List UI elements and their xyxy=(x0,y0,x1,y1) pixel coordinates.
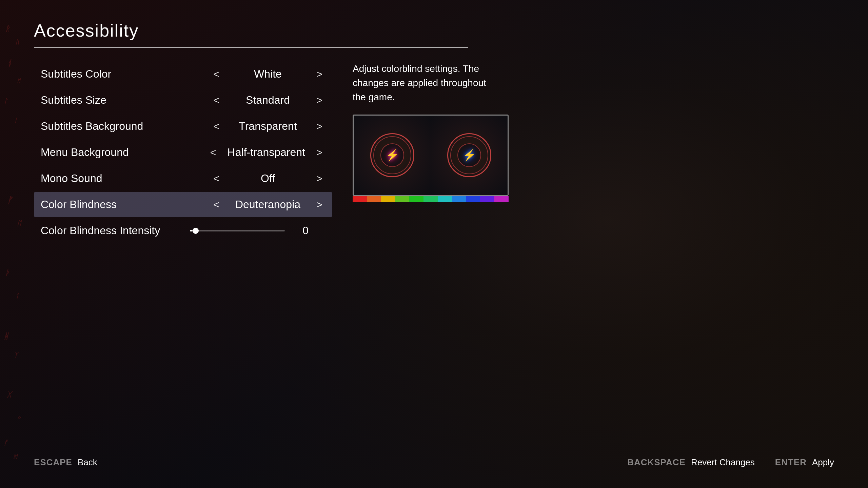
setting-row-subtitles-background: Subtitles Background < Transparent > xyxy=(34,114,332,139)
setting-row-mono-sound: Mono Sound < Off > xyxy=(34,166,332,191)
page-title: Accessibility xyxy=(34,20,834,41)
color-segment xyxy=(466,196,480,202)
rune-circle-normal: ⚡ xyxy=(370,133,414,177)
bottom-left-actions: ESCAPE Back xyxy=(34,457,97,468)
slider-fill xyxy=(190,230,193,231)
right-panel: Adjust colorblind settings. The changes … xyxy=(353,62,509,244)
bottom-right-actions: BACKSPACE Revert Changes ENTER Apply xyxy=(627,457,834,468)
setting-value-color-blindness: Deuteranopia xyxy=(231,198,305,211)
arrow-left-subtitles-background[interactable]: < xyxy=(210,121,222,132)
setting-value-subtitles-size: Standard xyxy=(231,94,305,106)
description-text: Adjust colorblind settings. The changes … xyxy=(353,62,495,104)
setting-control-subtitles-background: < Transparent > xyxy=(210,120,326,133)
slider-container: 0 xyxy=(190,224,326,237)
apply-action: ENTER Apply xyxy=(775,457,834,468)
setting-control-subtitles-size: < Standard > xyxy=(210,94,326,106)
back-label[interactable]: Back xyxy=(78,457,97,468)
arrow-right-menu-background[interactable]: > xyxy=(313,147,326,158)
preview-container: ⚡ ⚡ xyxy=(353,115,509,202)
preview-normal: ⚡ xyxy=(354,116,431,195)
setting-value-mono-sound: Off xyxy=(231,172,305,185)
revert-label[interactable]: Revert Changes xyxy=(691,457,755,468)
rune-inner-filtered: ⚡ xyxy=(457,143,481,167)
color-segment xyxy=(367,196,381,202)
setting-value-subtitles-background: Transparent xyxy=(231,120,305,133)
escape-key: ESCAPE xyxy=(34,457,72,468)
setting-value-subtitles-color: White xyxy=(231,68,305,80)
setting-label-subtitles-color: Subtitles Color xyxy=(41,68,210,80)
color-segment xyxy=(381,196,395,202)
main-content: Accessibility Subtitles Color < White > … xyxy=(0,0,868,488)
settings-list: Subtitles Color < White > Subtitles Size… xyxy=(34,62,332,244)
arrow-left-menu-background[interactable]: < xyxy=(207,147,219,158)
color-segment xyxy=(409,196,423,202)
arrow-right-subtitles-background[interactable]: > xyxy=(313,121,326,132)
setting-control-color-blindness: < Deuteranopia > xyxy=(210,198,326,211)
lightning-icon-filtered: ⚡ xyxy=(462,149,476,162)
revert-action: BACKSPACE Revert Changes xyxy=(627,457,755,468)
slider-row-color-blindness-intensity: Color Blindness Intensity 0 xyxy=(34,218,332,243)
color-segment xyxy=(494,196,509,202)
arrow-left-mono-sound[interactable]: < xyxy=(210,173,222,184)
color-blindness-preview: ⚡ ⚡ xyxy=(353,115,509,196)
arrow-right-subtitles-color[interactable]: > xyxy=(313,68,326,80)
rune-inner-normal: ⚡ xyxy=(380,143,404,167)
color-spectrum-bar xyxy=(353,196,509,202)
arrow-left-subtitles-size[interactable]: < xyxy=(210,95,222,106)
arrow-right-subtitles-size[interactable]: > xyxy=(313,95,326,106)
slider-label: Color Blindness Intensity xyxy=(41,224,190,237)
setting-label-color-blindness: Color Blindness xyxy=(41,198,210,211)
setting-row-subtitles-color: Subtitles Color < White > xyxy=(34,62,332,86)
arrow-right-color-blindness[interactable]: > xyxy=(313,199,326,210)
color-segment xyxy=(480,196,494,202)
setting-row-subtitles-size: Subtitles Size < Standard > xyxy=(34,88,332,113)
slider-value: 0 xyxy=(295,224,309,237)
apply-label[interactable]: Apply xyxy=(812,457,834,468)
bottom-bar: ESCAPE Back BACKSPACE Revert Changes ENT… xyxy=(34,457,834,468)
arrow-left-subtitles-color[interactable]: < xyxy=(210,68,222,80)
setting-control-menu-background: < Half-transparent > xyxy=(207,146,326,159)
arrow-left-color-blindness[interactable]: < xyxy=(210,199,222,210)
setting-label-menu-background: Menu Background xyxy=(41,146,207,159)
setting-label-subtitles-size: Subtitles Size xyxy=(41,94,210,106)
color-segment xyxy=(423,196,438,202)
color-segment xyxy=(395,196,409,202)
color-segment xyxy=(452,196,466,202)
color-segment xyxy=(438,196,452,202)
setting-value-menu-background: Half-transparent xyxy=(228,146,305,159)
color-segment xyxy=(353,196,367,202)
backspace-key: BACKSPACE xyxy=(627,457,686,468)
setting-control-subtitles-color: < White > xyxy=(210,68,326,80)
setting-label-mono-sound: Mono Sound xyxy=(41,172,210,185)
arrow-right-mono-sound[interactable]: > xyxy=(313,173,326,184)
slider-track[interactable] xyxy=(190,230,285,231)
rune-circle-filtered: ⚡ xyxy=(447,133,491,177)
escape-action: ESCAPE Back xyxy=(34,457,97,468)
slider-thumb[interactable] xyxy=(193,228,199,234)
setting-row-menu-background: Menu Background < Half-transparent > xyxy=(34,140,332,165)
setting-row-color-blindness: Color Blindness < Deuteranopia > xyxy=(34,192,332,217)
title-divider xyxy=(34,47,468,48)
enter-key: ENTER xyxy=(775,457,807,468)
setting-control-mono-sound: < Off > xyxy=(210,172,326,185)
settings-area: Subtitles Color < White > Subtitles Size… xyxy=(34,62,834,244)
preview-filtered: ⚡ xyxy=(431,116,508,195)
setting-label-subtitles-background: Subtitles Background xyxy=(41,120,210,133)
lightning-icon-normal: ⚡ xyxy=(386,149,399,162)
